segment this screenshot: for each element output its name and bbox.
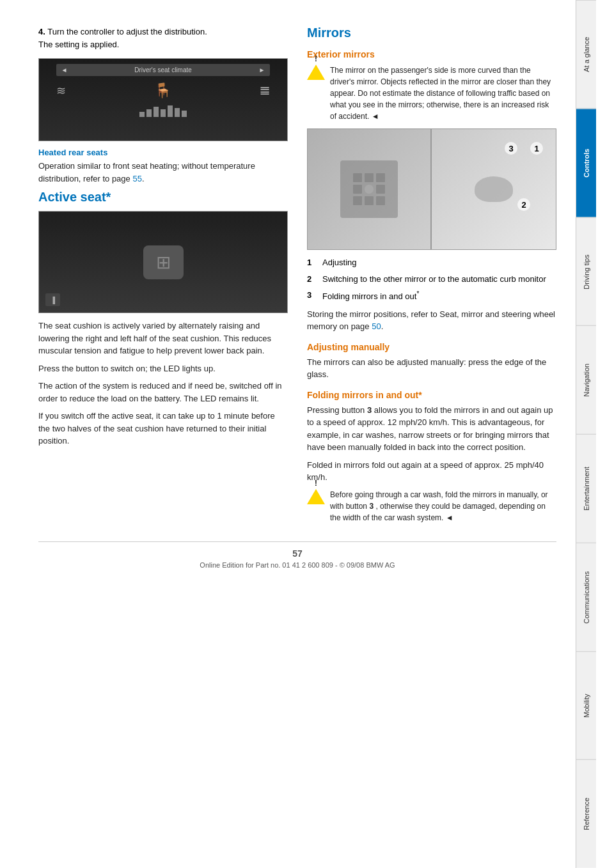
- active-seat-p3: The action of the system is reduced and …: [38, 380, 288, 405]
- active-seat-p2: Press the button to switch on; the LED l…: [38, 362, 288, 375]
- sidebar-tab-communications[interactable]: Communications: [576, 543, 596, 651]
- folding-warning-button: 3: [369, 502, 374, 511]
- climate-header-text: Driver's seat climate: [134, 66, 192, 74]
- step-4-subtext: The setting is applied.: [38, 40, 119, 49]
- folding-text3: Folded in mirrors fold out again at a sp…: [307, 459, 556, 484]
- sidebar-tab-entertainment[interactable]: Entertainment: [576, 434, 596, 543]
- folding-text1: Pressing button 3 allows you to fold the…: [307, 404, 556, 454]
- exterior-mirrors-warning-text: The mirror on the passenger's side is mo…: [330, 65, 556, 122]
- active-seat-title: Active seat*: [38, 190, 288, 205]
- seat-icon-left: 🪑: [154, 82, 171, 99]
- mirror-num-2: 2: [307, 273, 317, 286]
- right-sidebar: At a glance Controls Driving tips Naviga…: [576, 0, 596, 868]
- sidebar-tab-controls[interactable]: Controls: [576, 109, 596, 217]
- footer-text: Online Edition for Part no. 01 41 2 600 …: [38, 561, 556, 569]
- mirror-item-3: 3 Folding mirrors in and out*: [307, 289, 556, 303]
- mirror-item-1: 1 Adjusting: [307, 256, 556, 269]
- step-4-number: 4.: [38, 27, 45, 36]
- mirror-num-1: 1: [307, 256, 317, 269]
- main-content: 4. Turn the controller to adjust the dis…: [0, 0, 576, 868]
- active-seat-section: Active seat* ⊞ ▐ The seat cushion is act…: [38, 190, 288, 447]
- adjusting-manually-title: Adjusting manually: [307, 342, 556, 352]
- sidebar-tab-driving-tips[interactable]: Driving tips: [576, 217, 596, 326]
- mirror-item-2: 2 Switching to the other mirror or to th…: [307, 273, 556, 286]
- heated-seats-section: Heated rear seats Operation similar to f…: [38, 148, 288, 185]
- mirror-label-3: 3: [505, 142, 517, 155]
- mirror-numbered-list: 1 Adjusting 2 Switching to the other mir…: [307, 256, 556, 303]
- folding-button-ref: 3: [367, 405, 372, 415]
- mirror-text-1: Adjusting: [322, 256, 356, 269]
- climate-image: ◄ Driver's seat climate ► ≋ 🪑 𝌆: [38, 58, 288, 141]
- mirror-image: 1 2 3: [307, 128, 556, 250]
- storing-text: Storing the mirror positions, refer to S…: [307, 308, 556, 333]
- folding-warning: Before going through a car wash, fold th…: [307, 489, 556, 523]
- sidebar-tab-at-a-glance[interactable]: At a glance: [576, 0, 596, 109]
- folding-warning-text: Before going through a car wash, fold th…: [330, 489, 556, 523]
- adjusting-manually-text: The mirrors can also be adjusted manuall…: [307, 356, 556, 381]
- mirror-num-3: 3: [307, 289, 317, 303]
- page-number: 57: [38, 548, 556, 559]
- mirror-label-1: 1: [530, 142, 543, 155]
- step-4-text: Turn the controller to adjust the distri…: [47, 27, 207, 36]
- heated-seats-text: Operation similar to front seat heating;…: [38, 160, 288, 185]
- warning-triangle-icon: [307, 65, 325, 80]
- exterior-mirrors-warning: The mirror on the passenger's side is mo…: [307, 65, 556, 122]
- step-4: 4. Turn the controller to adjust the dis…: [38, 26, 288, 50]
- temp-icon: 𝌆: [260, 84, 270, 98]
- fold-asterisk: *: [416, 290, 419, 297]
- active-seat-p4: If you switch off the active seat, it ca…: [38, 410, 288, 447]
- sidebar-tab-mobility[interactable]: Mobility: [576, 651, 596, 760]
- heated-seats-title: Heated rear seats: [38, 148, 288, 157]
- heated-seats-page-link[interactable]: 55: [132, 174, 141, 183]
- page-footer: 57 Online Edition for Part no. 01 41 2 6…: [38, 541, 556, 575]
- sidebar-tab-reference[interactable]: Reference: [576, 759, 596, 868]
- left-column: 4. Turn the controller to adjust the dis…: [38, 26, 288, 529]
- mirror-label-2: 2: [517, 198, 530, 211]
- exterior-mirrors-title: Exterior mirrors: [307, 49, 556, 59]
- sidebar-tab-navigation[interactable]: Navigation: [576, 325, 596, 434]
- storing-page-link[interactable]: 50: [372, 322, 381, 331]
- mirror-text-3: Folding mirrors in and out*: [322, 289, 419, 303]
- fan-icon: ≋: [56, 84, 66, 98]
- folding-title: Folding mirrors in and out*: [307, 390, 556, 400]
- right-column: Mirrors Exterior mirrors The mirror on t…: [307, 26, 556, 529]
- seat-image: ⊞ ▐: [38, 211, 288, 313]
- mirror-text-2: Switching to the other mirror or to the …: [322, 273, 546, 286]
- warning-triangle-icon-2: [307, 489, 325, 504]
- active-seat-p1: The seat cushion is actively varied by a…: [38, 320, 288, 357]
- mirrors-title: Mirrors: [307, 26, 556, 40]
